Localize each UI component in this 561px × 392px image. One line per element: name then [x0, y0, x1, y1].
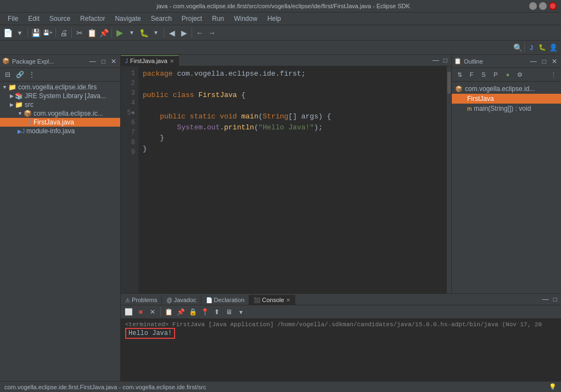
maximize-button[interactable] [539, 2, 547, 10]
outline-maximize-button[interactable]: □ [541, 57, 548, 66]
cut-button[interactable]: ✂ [74, 27, 85, 38]
console-scroll-lock-icon[interactable]: 🔒 [187, 306, 198, 317]
console-clear-icon[interactable]: ⬜ [123, 306, 134, 317]
copy-button[interactable]: 📋 [86, 27, 97, 38]
prev-edit-button[interactable]: ◀ [166, 27, 177, 38]
menu-window[interactable]: Window [229, 14, 262, 24]
back-button[interactable]: ← [194, 27, 205, 38]
outline-settings-icon[interactable]: ⚙ [514, 69, 525, 80]
console-remove-launch-icon[interactable]: ✕ [147, 306, 158, 317]
run-button[interactable]: ▶ [114, 27, 125, 38]
menu-search[interactable]: Search [147, 14, 176, 24]
tree-item-jre[interactable]: ▶ 📚 JRE System Library [Java... [0, 92, 120, 100]
jre-icon: 📚 [15, 92, 23, 100]
console-toolbar: ⬜ ■ ✕ 📋 📌 🔒 📍 ⬆ 🖥 ▼ [121, 305, 561, 319]
close-button[interactable] [549, 2, 557, 10]
debug-persp-button[interactable]: 🐛 [537, 42, 548, 53]
outline-item-main[interactable]: m main(String[]) : void [452, 104, 561, 113]
package-explorer-panel: 📦 Package Expl... — □ ✕ ⊟ 🔗 ⋮ ▼ 📁 com.vo… [0, 55, 121, 381]
outline-green-dot-icon[interactable]: ● [502, 69, 513, 80]
tree-item-firstjava[interactable]: J FirstJava.java [0, 118, 120, 127]
new-button[interactable]: 📄 [2, 27, 13, 38]
menu-file[interactable]: File [3, 14, 23, 24]
search-icon[interactable]: 🔍 [512, 42, 523, 53]
bottom-maximize-button[interactable]: □ [552, 295, 559, 304]
package-maximize-button[interactable]: □ [100, 57, 107, 66]
project-icon: 📁 [8, 83, 16, 91]
outline-item-firstjava[interactable]: ▶ FirstJava [452, 94, 561, 104]
outline-dots-icon[interactable]: ⋮ [548, 69, 559, 80]
print-button[interactable]: 🖨 [58, 27, 69, 38]
console-show-console-icon[interactable]: 🖥 [223, 306, 234, 317]
console-expand-icon[interactable]: ⬆ [211, 306, 222, 317]
project-arrow: ▼ [2, 84, 7, 90]
menu-help[interactable]: Help [263, 14, 285, 24]
outline-hide-nonpublic-icon[interactable]: P [490, 69, 501, 80]
javadoc-icon: @ [166, 297, 172, 303]
outline-sort-icon[interactable]: ⇅ [454, 69, 465, 80]
debug-button[interactable]: 🐛 [138, 27, 149, 38]
save-all-button[interactable]: 💾+ [42, 27, 53, 38]
outline-close-button[interactable]: ✕ [550, 57, 559, 66]
next-edit-button[interactable]: ▶ [178, 27, 189, 38]
link-with-editor-icon[interactable]: 🔗 [14, 69, 25, 80]
java-persp-button[interactable]: J [526, 42, 537, 53]
forward-button[interactable]: → [206, 27, 217, 38]
bottom-minimize-button[interactable]: — [541, 295, 551, 304]
package-explorer-toolbar: ⊟ 🔗 ⋮ [0, 68, 120, 82]
outline-item-package[interactable]: 📦 com.vogella.eclipse.id... [452, 84, 561, 94]
console-pin-icon[interactable]: 📍 [199, 306, 210, 317]
console-dropdown-icon[interactable]: ▼ [235, 306, 246, 317]
java-tab-icon: J [125, 58, 128, 64]
code-editor[interactable]: package com.vogella.eclipse.ide.first; p… [138, 66, 447, 293]
outline-toolbar: ⇅ F S P ● ⚙ ⋮ [452, 68, 561, 82]
toolbar-icon-2[interactable]: ▼ [14, 27, 25, 38]
menu-refactor[interactable]: Refactor [76, 14, 109, 24]
collapse-all-icon[interactable]: ⊟ [2, 69, 13, 80]
tree-item-project[interactable]: ▼ 📁 com.vogella.eclipse.ide.firs [0, 83, 120, 92]
console-paste-icon[interactable]: 📌 [175, 306, 186, 317]
editor-tab-close[interactable]: ✕ [170, 58, 174, 64]
editor-minimize-button[interactable]: — [431, 56, 441, 65]
console-copy-icon[interactable]: 📋 [163, 306, 174, 317]
tree-item-package[interactable]: ▼ 📦 com.vogella.eclipse.ic... [0, 109, 120, 118]
editor-tab-firstjava[interactable]: J FirstJava.java ✕ [121, 55, 179, 66]
console-icon: ⬛ [254, 297, 260, 303]
minimize-button[interactable] [529, 2, 537, 10]
tree-item-src[interactable]: ▶ 📁 src [0, 100, 120, 109]
outline-main-label: main(String[]) : void [474, 105, 531, 112]
debug-dropdown[interactable]: ▼ [150, 27, 161, 38]
outline-hide-fields-icon[interactable]: F [466, 69, 477, 80]
outline-firstjava-label: FirstJava [467, 95, 494, 103]
tab-console[interactable]: ⬛ Console ✕ [249, 295, 295, 305]
editor-tabs: J FirstJava.java ✕ — □ [121, 55, 451, 66]
tab-problems[interactable]: ⚠ Problems [121, 295, 162, 305]
editor-maximize-button[interactable]: □ [442, 56, 449, 65]
menu-source[interactable]: Source [45, 14, 75, 24]
person-icon[interactable]: 👤 [548, 42, 559, 53]
src-icon: 📁 [15, 101, 23, 109]
console-stop-icon[interactable]: ■ [135, 306, 146, 317]
toolbar-separator-3 [71, 28, 72, 38]
console-tab-close[interactable]: ✕ [286, 297, 290, 303]
tree-item-module[interactable]: ▶J module-info.java [0, 127, 120, 135]
menu-project[interactable]: Project [177, 14, 206, 24]
save-button[interactable]: 💾 [30, 27, 41, 38]
package-label: com.vogella.eclipse.ic... [33, 110, 103, 117]
editor-content[interactable]: 1 2 3 4 5● 6 7 8 9 package com.vogella.e… [121, 66, 451, 293]
outline-minimize-button[interactable]: — [529, 57, 538, 66]
menu-edit[interactable]: Edit [24, 14, 44, 24]
menu-navigate[interactable]: Navigate [110, 14, 145, 24]
tab-declaration[interactable]: 📄 Declaration [201, 295, 250, 305]
package-minimize-button[interactable]: — [88, 57, 98, 66]
declaration-icon: 📄 [206, 297, 212, 303]
outline-hide-static-icon[interactable]: S [478, 69, 489, 80]
menu-run[interactable]: Run [207, 14, 228, 24]
package-menu-icon[interactable]: ⋮ [26, 69, 37, 80]
package-close-button[interactable]: ✕ [109, 57, 118, 66]
run-dropdown[interactable]: ▼ [126, 27, 137, 38]
editor-tab-label: FirstJava.java [130, 58, 167, 64]
editor-scrollbar[interactable] [447, 66, 451, 293]
paste-button[interactable]: 📌 [98, 27, 109, 38]
tab-javadoc[interactable]: @ Javadoc [162, 295, 201, 305]
